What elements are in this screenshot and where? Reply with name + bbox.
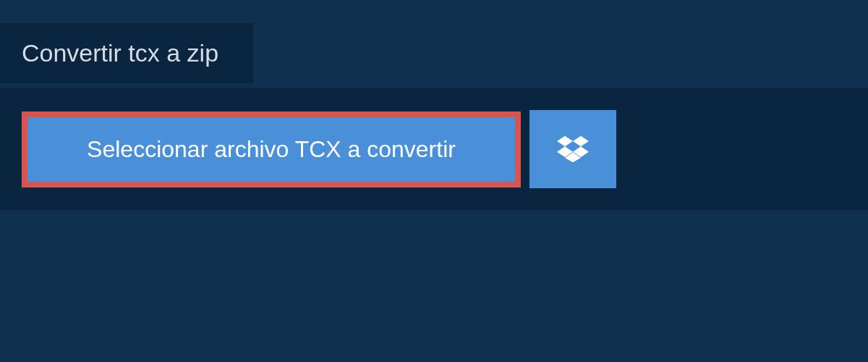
page-container: Convertir tcx a zip Seleccionar archivo … bbox=[0, 0, 868, 362]
select-file-button[interactable]: Seleccionar archivo TCX a convertir bbox=[22, 111, 521, 188]
page-title: Convertir tcx a zip bbox=[22, 39, 218, 67]
page-title-tab: Convertir tcx a zip bbox=[0, 23, 253, 83]
file-selection-panel: Seleccionar archivo TCX a convertir bbox=[0, 88, 868, 210]
dropbox-button[interactable] bbox=[529, 110, 616, 188]
dropbox-icon bbox=[557, 133, 589, 165]
select-file-label: Seleccionar archivo TCX a convertir bbox=[87, 136, 456, 163]
